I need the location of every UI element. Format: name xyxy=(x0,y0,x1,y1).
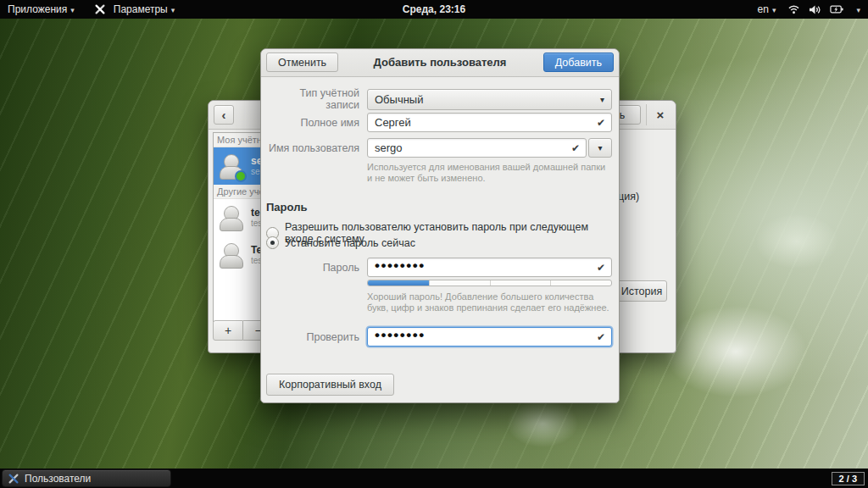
account-type-value: Обычный xyxy=(375,93,423,106)
dialog-header: Добавить пользователя Отменить Добавить xyxy=(261,49,619,77)
user-avatar xyxy=(217,152,245,180)
account-type-row: Тип учётной записи Обычный ▾ xyxy=(266,87,612,111)
add-button[interactable]: Добавить xyxy=(543,53,614,72)
valid-check-icon: ✔ xyxy=(597,331,605,343)
full-name-label: Полное имя xyxy=(266,117,367,129)
bottom-bar: Пользователи 2 / 3 xyxy=(0,469,868,488)
valid-check-icon: ✔ xyxy=(571,142,580,154)
password-set-now-option[interactable]: Установите пароль сейчас xyxy=(266,236,612,249)
chevron-down-icon: ▾ xyxy=(600,95,604,104)
account-type-dropdown[interactable]: Обычный ▾ xyxy=(367,89,612,110)
chevron-down-icon: ▾ xyxy=(70,6,75,14)
back-button[interactable]: ‹ xyxy=(214,105,234,125)
password-strength-fill xyxy=(368,280,429,286)
system-tray[interactable]: en ▾ xyxy=(750,0,868,19)
add-user-button[interactable]: + xyxy=(213,320,243,341)
password-strength-row xyxy=(266,280,612,286)
chevron-down-icon: ▾ xyxy=(598,143,602,152)
verify-password-value: •••••••• xyxy=(375,331,426,340)
password-row: Пароль •••••••• ✔ xyxy=(266,258,612,277)
chevron-down-icon: ▾ xyxy=(856,6,860,14)
full-name-value: Сергей xyxy=(375,116,411,129)
verify-password-field[interactable]: •••••••• ✔ xyxy=(367,327,612,347)
username-field[interactable]: sergo ✔ xyxy=(367,138,587,158)
password-set-now-label: Установите пароль сейчас xyxy=(285,237,415,249)
tools-icon xyxy=(94,3,106,15)
password-section-header: Пароль xyxy=(266,201,307,214)
keyboard-layout-indicator[interactable]: en ▾ xyxy=(750,0,784,19)
username-label: Имя пользователя xyxy=(266,142,367,154)
password-hint-row: Хороший пароль! Добавление большего коли… xyxy=(266,291,612,313)
user-avatar xyxy=(217,204,245,232)
applications-menu-label: Приложения xyxy=(8,3,67,15)
applications-menu[interactable]: Приложения ▾ xyxy=(0,0,82,19)
account-type-label: Тип учётной записи xyxy=(266,87,367,111)
workspace-indicator: 2 / 3 xyxy=(832,472,865,485)
volume-icon xyxy=(809,4,821,15)
user-avatar xyxy=(217,241,245,269)
radio-on-icon xyxy=(266,236,279,249)
password-label: Пароль xyxy=(266,262,367,274)
password-value: •••••••• xyxy=(375,262,426,270)
taskbar-window-button[interactable]: Пользователи xyxy=(2,469,171,487)
username-hint-row: Используется для именования вашей домашн… xyxy=(266,162,612,184)
full-name-row: Полное имя Сергей ✔ xyxy=(266,113,612,132)
password-section-row: Пароль xyxy=(266,201,612,214)
enterprise-login-button[interactable]: Корпоративный вход xyxy=(266,374,394,396)
tools-icon xyxy=(8,473,19,485)
valid-check-icon: ✔ xyxy=(597,117,605,129)
username-dropdown-button[interactable]: ▾ xyxy=(588,138,612,158)
password-hint: Хороший пароль! Добавление большего коли… xyxy=(367,291,612,313)
account-type-partial-text: ция) xyxy=(618,191,639,202)
password-strength-meter xyxy=(367,280,612,286)
titlebar-separator xyxy=(646,104,647,125)
verify-label: Проверить xyxy=(266,331,367,343)
add-user-dialog: Добавить пользователя Отменить Добавить … xyxy=(260,48,620,403)
username-hint: Используется для именования вашей домашн… xyxy=(367,162,609,184)
desktop: Приложения ▾ Параметры ▾ Среда, 23:16 en… xyxy=(0,0,868,488)
settings-menu-label: Параметры xyxy=(114,3,168,15)
chevron-down-icon: ▾ xyxy=(171,6,175,14)
close-icon[interactable]: × xyxy=(649,101,671,129)
wifi-icon xyxy=(787,4,800,14)
keyboard-layout-label: en xyxy=(758,3,769,15)
valid-check-icon: ✔ xyxy=(597,262,605,274)
full-name-field[interactable]: Сергей ✔ xyxy=(367,113,612,132)
online-status-dot xyxy=(235,170,247,182)
settings-menu[interactable]: Параметры ▾ xyxy=(82,0,183,19)
chevron-down-icon: ▾ xyxy=(772,6,776,14)
battery-charging-icon xyxy=(830,4,844,14)
verify-row: Проверить •••••••• ✔ xyxy=(266,327,612,347)
username-row: Имя пользователя sergo ✔ ▾ xyxy=(266,138,612,158)
taskbar-window-label: Пользователи xyxy=(25,473,91,485)
history-button[interactable]: История xyxy=(616,280,667,302)
top-bar: Приложения ▾ Параметры ▾ Среда, 23:16 en… xyxy=(0,0,868,19)
username-value: sergo xyxy=(375,141,403,154)
cancel-button[interactable]: Отменить xyxy=(266,53,338,72)
password-field[interactable]: •••••••• ✔ xyxy=(367,258,612,277)
session-menu[interactable]: ▾ xyxy=(849,0,868,19)
